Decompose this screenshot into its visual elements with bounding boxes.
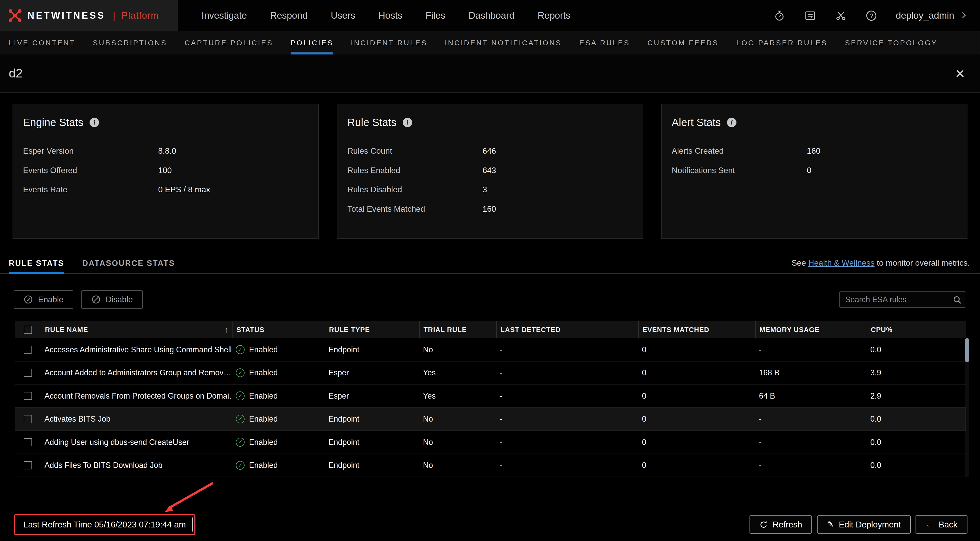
disable-button[interactable]: Disable [81, 290, 143, 309]
events-matched-cell: 0 [638, 345, 755, 354]
table-row[interactable]: Account Removals From Protected Groups o… [15, 384, 966, 408]
page-title: d2 [9, 66, 22, 80]
table-row[interactable]: Adds Files To BITS Download Job ✓ Enable… [15, 454, 966, 478]
primary-nav: InvestigateRespondUsersHostsFilesDashboa… [202, 10, 570, 21]
netwitness-logo-icon [8, 9, 22, 22]
rule-type-cell: Endpoint [325, 345, 419, 354]
stat-row: Total Events Matched 160 [347, 200, 633, 219]
table-row[interactable]: Adding User using dbus-send CreateUser ✓… [15, 431, 966, 454]
back-button[interactable]: ← Back [916, 516, 967, 533]
status-cell: ✓ Enabled [232, 368, 325, 377]
events-matched-cell: 0 [638, 414, 755, 424]
info-icon[interactable]: i [402, 118, 412, 127]
engine-stats-rows: Esper Version 8.8.0 Events Offered 100 E… [23, 141, 308, 199]
secondary-nav-item[interactable]: CUSTOM FEEDS [639, 31, 727, 54]
row-checkbox[interactable] [24, 438, 32, 446]
row-checkbox[interactable] [24, 392, 32, 400]
table-row[interactable]: Account Added to Administrators Group an… [15, 362, 966, 385]
brand-name: NETWITNESS [28, 10, 105, 21]
stat-row: Alerts Created 160 [672, 141, 957, 160]
refresh-icon [759, 520, 768, 529]
stat-value: 160 [807, 146, 820, 156]
top-nav-item[interactable]: Users [331, 10, 355, 21]
memory-usage-cell: - [755, 414, 866, 424]
trial-rule-cell: No [419, 438, 496, 447]
memory-usage-cell: - [755, 461, 866, 470]
cpu-cell: 3.9 [867, 368, 966, 377]
deployment-title-bar: d2 × [0, 54, 980, 92]
row-checkbox[interactable] [24, 415, 32, 423]
table-row[interactable]: Accesses Administrative Share Using Comm… [15, 338, 966, 362]
status-cell: ✓ Enabled [232, 438, 325, 447]
top-nav-item[interactable]: Respond [270, 10, 308, 21]
rule-type-cell: Endpoint [325, 414, 419, 424]
select-all-checkbox[interactable] [24, 326, 32, 334]
last-refresh-time: Last Refresh Time 05/16/2023 07:19:44 am [17, 517, 192, 533]
column-header-trial-rule[interactable]: TRIAL RULE [419, 321, 496, 338]
row-checkbox[interactable] [24, 346, 32, 354]
table-row[interactable]: Activates BITS Job ✓ Enabled Endpoint No… [15, 408, 966, 431]
secondary-nav-item[interactable]: POLICIES [282, 31, 342, 54]
row-checkbox[interactable] [24, 369, 32, 377]
secondary-nav-item[interactable]: LIVE CONTENT [0, 31, 84, 54]
column-header-rule-type[interactable]: RULE TYPE [325, 321, 419, 338]
rule-name-cell: Activates BITS Job [41, 414, 232, 424]
secondary-nav-item[interactable]: SERVICE TOPOLOGY [836, 31, 946, 54]
table-scrollbar[interactable] [965, 338, 969, 477]
top-nav-item[interactable]: Investigate [202, 10, 247, 21]
close-button[interactable]: × [955, 65, 965, 82]
column-header-status[interactable]: STATUS [232, 321, 325, 338]
memory-usage-cell: - [755, 438, 866, 447]
status-cell: ✓ Enabled [232, 392, 325, 400]
stat-value: 160 [482, 204, 496, 214]
secondary-nav-item[interactable]: SUBSCRIPTIONS [84, 31, 176, 54]
top-nav-bar: NETWITNESS | Platform InvestigateRespond… [0, 0, 980, 31]
column-header-rule-name[interactable]: RULE NAME ↑ [41, 321, 232, 338]
stat-row: Events Rate 0 EPS / 8 max [23, 180, 308, 200]
stat-label: Events Rate [23, 185, 158, 194]
rule-stats-rows: Rules Count 646 Rules Enabled 643 Rules … [347, 141, 633, 219]
secondary-nav-item[interactable]: ESA RULES [570, 31, 639, 54]
secondary-nav-item[interactable]: INCIDENT RULES [342, 31, 436, 54]
trial-rule-cell: No [419, 345, 496, 354]
top-nav-item[interactable]: Reports [538, 10, 570, 21]
close-icon: × [955, 64, 965, 82]
info-icon[interactable]: i [727, 118, 737, 127]
help-icon[interactable]: ? [865, 10, 878, 22]
tools-icon[interactable] [834, 10, 847, 22]
column-header-last-detected[interactable]: LAST DETECTED [496, 321, 638, 338]
health-wellness-link[interactable]: Health & Wellness [808, 258, 875, 267]
stat-value: 8.8.0 [158, 146, 176, 156]
column-header-memory-usage[interactable]: MEMORY USAGE [755, 321, 866, 338]
brand-separator: | [113, 10, 115, 21]
health-wellness-note: See Health & Wellness to monitor overall… [791, 258, 970, 273]
events-matched-cell: 0 [638, 392, 755, 400]
system-monitor-icon[interactable] [804, 10, 816, 22]
cpu-cell: 2.9 [867, 392, 966, 400]
info-icon[interactable]: i [89, 118, 99, 127]
secondary-nav-item[interactable]: LOG PARSER RULES [727, 31, 836, 54]
netwitness-platform-app: NETWITNESS | Platform InvestigateRespond… [0, 0, 980, 541]
column-header-cpu[interactable]: CPU% [867, 321, 966, 338]
column-header-events-matched[interactable]: EVENTS MATCHED [638, 321, 755, 338]
scrollbar-thumb[interactable] [965, 338, 969, 362]
secondary-nav-item[interactable]: CAPTURE POLICIES [176, 31, 282, 54]
rule-type-cell: Esper [325, 392, 419, 400]
brand[interactable]: NETWITNESS | Platform [0, 0, 178, 31]
user-menu[interactable]: deploy_admin [896, 10, 965, 21]
enable-button[interactable]: Enable [14, 290, 73, 309]
secondary-nav-item[interactable]: INCIDENT NOTIFICATIONS [436, 31, 571, 54]
top-nav-item[interactable]: Hosts [378, 10, 402, 21]
search-input[interactable] [840, 295, 966, 304]
stats-tab[interactable]: RULE STATS [9, 253, 64, 274]
timer-icon[interactable] [773, 10, 786, 22]
top-nav-item[interactable]: Dashboard [469, 10, 514, 21]
header-actions: ? deploy_admin [773, 10, 980, 22]
top-nav-item[interactable]: Files [426, 10, 445, 21]
row-checkbox[interactable] [24, 461, 32, 470]
pencil-icon: ✎ [827, 520, 834, 529]
stats-tab[interactable]: DATASOURCE STATS [83, 253, 175, 274]
panel-title: Alert Stats [672, 116, 721, 129]
edit-deployment-button[interactable]: ✎ Edit Deployment [817, 516, 911, 533]
refresh-button[interactable]: Refresh [749, 516, 812, 533]
